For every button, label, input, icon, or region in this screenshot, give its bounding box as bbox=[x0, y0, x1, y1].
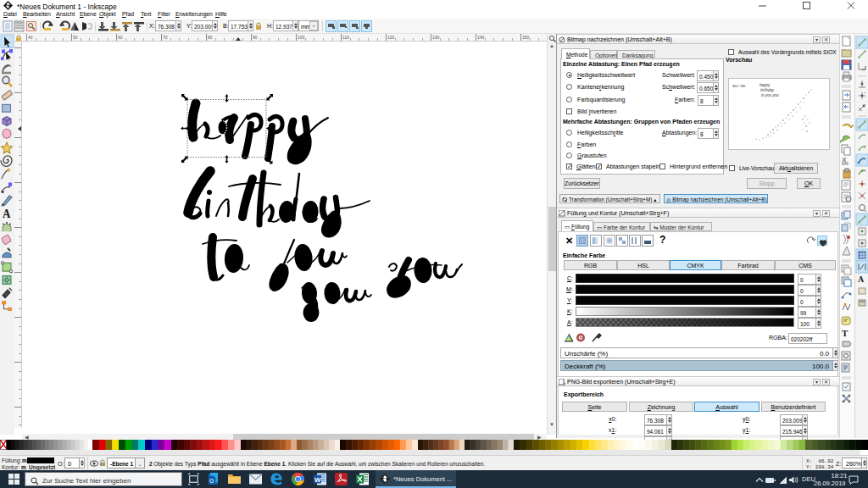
svg-text:o: o bbox=[209, 476, 214, 485]
svg-text:happy: happy bbox=[760, 83, 771, 87]
svg-text:110: 110 bbox=[342, 35, 349, 40]
svg-text:120: 120 bbox=[387, 35, 395, 40]
svg-text:100: 100 bbox=[298, 35, 305, 40]
svg-text:A: A bbox=[3, 207, 11, 220]
svg-text:A: A bbox=[858, 274, 865, 284]
svg-text:70: 70 bbox=[163, 35, 168, 40]
svg-text:80: 80 bbox=[208, 35, 213, 40]
svg-text:W: W bbox=[314, 476, 321, 484]
svg-text:to you you: to you you bbox=[761, 93, 779, 97]
svg-text:150: 150 bbox=[522, 35, 530, 40]
svg-text:T: T bbox=[842, 328, 849, 338]
svg-text:50: 50 bbox=[73, 35, 78, 40]
svg-text:40: 40 bbox=[28, 35, 33, 40]
svg-text:130: 130 bbox=[432, 35, 440, 40]
svg-text:birthday: birthday bbox=[760, 88, 775, 92]
svg-text:60: 60 bbox=[118, 35, 123, 40]
svg-text:140: 140 bbox=[477, 35, 485, 40]
svg-text:Mxl ! Wh: Mxl ! Wh bbox=[732, 84, 746, 88]
svg-text:90: 90 bbox=[253, 35, 258, 40]
